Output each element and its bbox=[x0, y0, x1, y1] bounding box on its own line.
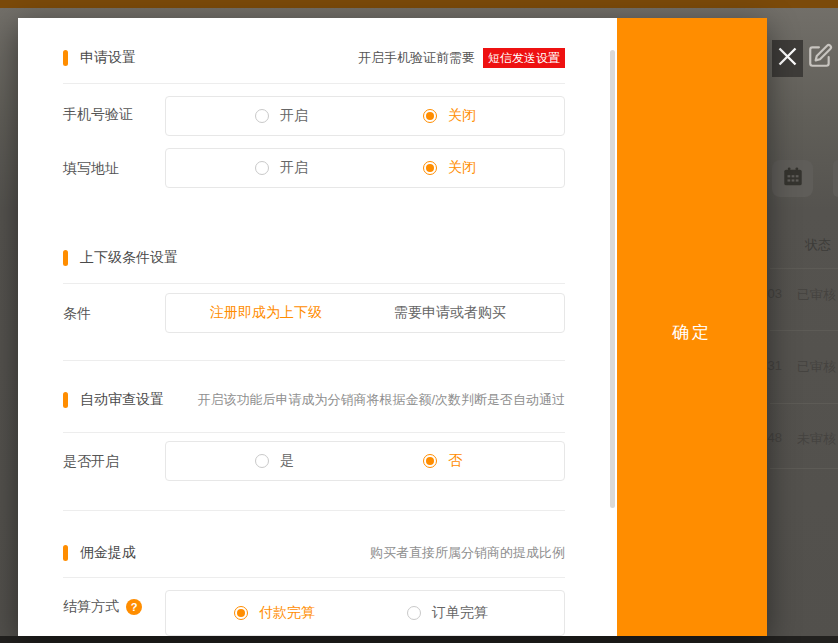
radio-label: 关闭 bbox=[448, 107, 476, 125]
table-divider bbox=[770, 268, 838, 269]
edit-pencil-icon bbox=[807, 43, 833, 73]
field-label-phone-verify: 手机号验证 bbox=[63, 106, 133, 124]
radio-option-on[interactable]: 开启 bbox=[255, 97, 308, 135]
radio-icon bbox=[234, 606, 248, 620]
radio-icon bbox=[255, 454, 269, 468]
radio-label: 是 bbox=[280, 452, 294, 470]
confirm-button[interactable]: 确定 bbox=[617, 321, 767, 344]
table-row: :03 已审核 bbox=[764, 286, 838, 304]
help-icon[interactable]: ? bbox=[126, 599, 142, 615]
section-title: 上下级条件设置 bbox=[80, 249, 178, 267]
divider bbox=[63, 360, 565, 361]
radio-group-address: 开启 关闭 bbox=[165, 148, 565, 188]
choice-register[interactable]: 注册即成为上下级 bbox=[210, 294, 322, 332]
section-accent-bar bbox=[63, 545, 68, 561]
choice-group-condition: 注册即成为上下级 需要申请或者购买 bbox=[165, 293, 565, 333]
section-title: 佣金提成 bbox=[80, 544, 136, 562]
radio-label: 关闭 bbox=[448, 159, 476, 177]
row-status: 已审核 bbox=[797, 286, 836, 304]
sms-settings-badge[interactable]: 短信发送设置 bbox=[483, 48, 565, 68]
divider bbox=[63, 83, 565, 84]
field-label-text: 结算方式 bbox=[63, 598, 119, 616]
radio-icon bbox=[407, 606, 421, 620]
calendar-icon bbox=[782, 166, 804, 192]
divider bbox=[63, 510, 565, 511]
section-header-relation: 上下级条件设置 bbox=[63, 248, 565, 268]
section-note: 购买者直接所属分销商的提成比例 bbox=[370, 544, 565, 562]
radio-group-enabled: 是 否 bbox=[165, 441, 565, 481]
table-row: :48 未审核 bbox=[764, 430, 838, 448]
radio-option-yes[interactable]: 是 bbox=[255, 442, 294, 480]
settings-form: 申请设置 开启手机验证前需要 短信发送设置 手机号验证 开启 关闭 填写地址 开… bbox=[18, 18, 617, 636]
row-status: 未审核 bbox=[797, 430, 836, 448]
radio-option-no[interactable]: 否 bbox=[423, 442, 462, 480]
field-label-condition: 条件 bbox=[63, 305, 91, 323]
table-divider bbox=[770, 468, 838, 469]
row-time: :31 bbox=[764, 358, 797, 376]
page-top-bar bbox=[0, 0, 838, 8]
close-icon bbox=[777, 46, 798, 71]
radio-label: 否 bbox=[448, 452, 462, 470]
table-column-status: 状态 bbox=[805, 236, 831, 254]
radio-group-settlement: 付款完算 订单完算 bbox=[165, 590, 565, 636]
row-time: :03 bbox=[764, 286, 797, 304]
radio-option-pay-settle[interactable]: 付款完算 bbox=[234, 591, 315, 635]
section-accent-bar bbox=[63, 50, 68, 66]
radio-label: 开启 bbox=[280, 107, 308, 125]
divider bbox=[63, 577, 565, 578]
table-row: :31 已审核 bbox=[764, 358, 838, 376]
radio-label: 开启 bbox=[280, 159, 308, 177]
scrollbar-thumb[interactable] bbox=[610, 50, 615, 508]
radio-option-order-settle[interactable]: 订单完算 bbox=[407, 591, 488, 635]
divider bbox=[63, 432, 565, 433]
section-title: 申请设置 bbox=[80, 49, 136, 67]
field-label-settlement: 结算方式 ? bbox=[63, 598, 142, 616]
confirm-panel[interactable]: 确定 bbox=[617, 18, 767, 636]
divider bbox=[63, 283, 565, 284]
table-divider bbox=[770, 403, 838, 404]
radio-option-on[interactable]: 开启 bbox=[255, 149, 308, 187]
settings-dialog: 申请设置 开启手机验证前需要 短信发送设置 手机号验证 开启 关闭 填写地址 开… bbox=[18, 18, 767, 636]
partial-button bbox=[833, 160, 838, 197]
edit-button[interactable] bbox=[807, 45, 833, 71]
radio-icon bbox=[423, 161, 437, 175]
section-note: 开启该功能后申请成为分销商将根据金额/次数判断是否自动通过 bbox=[197, 391, 565, 409]
field-label-enabled: 是否开启 bbox=[63, 453, 119, 471]
table-divider bbox=[770, 330, 838, 331]
section-accent-bar bbox=[63, 250, 68, 266]
section-header-auto-review: 自动审查设置 开启该功能后申请成为分销商将根据金额/次数判断是否自动通过 bbox=[63, 390, 565, 410]
radio-label: 付款完算 bbox=[259, 604, 315, 622]
close-button[interactable] bbox=[772, 40, 803, 77]
calendar-button bbox=[772, 160, 813, 197]
section-header-apply: 申请设置 开启手机验证前需要 短信发送设置 bbox=[63, 48, 565, 68]
section-accent-bar bbox=[63, 392, 68, 408]
radio-icon bbox=[423, 454, 437, 468]
row-time: :48 bbox=[764, 430, 797, 448]
radio-option-off[interactable]: 关闭 bbox=[423, 97, 476, 135]
radio-icon bbox=[255, 109, 269, 123]
choice-apply-or-buy[interactable]: 需要申请或者购买 bbox=[394, 294, 506, 332]
row-status: 已审核 bbox=[797, 358, 836, 376]
page-bottom-strip bbox=[0, 636, 838, 643]
sms-note-text: 开启手机验证前需要 bbox=[358, 49, 475, 67]
radio-option-off[interactable]: 关闭 bbox=[423, 149, 476, 187]
section-title: 自动审查设置 bbox=[80, 391, 164, 409]
radio-group-phone-verify: 开启 关闭 bbox=[165, 96, 565, 136]
radio-icon bbox=[255, 161, 269, 175]
radio-label: 订单完算 bbox=[432, 604, 488, 622]
field-label-address: 填写地址 bbox=[63, 160, 119, 178]
radio-icon bbox=[423, 109, 437, 123]
section-header-commission: 佣金提成 购买者直接所属分销商的提成比例 bbox=[63, 543, 565, 563]
